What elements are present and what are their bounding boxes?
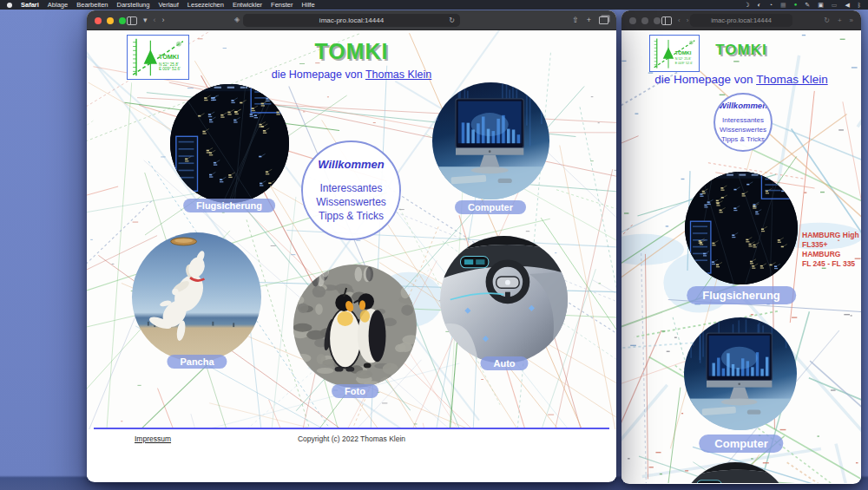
welcome-heading: Willkommen [318, 158, 384, 171]
welcome-heading: Willkommen [719, 101, 767, 110]
menu-bar: Safari Ablage Bearbeiten Darstellung Ver… [0, 0, 868, 10]
subtitle-prefix: die Homepage von [272, 69, 363, 81]
apple-menu-icon[interactable] [7, 3, 12, 8]
toolbar-main: ▾ ‹ › ◈ imac-pro.local:14444 ↻ ⇧ + [87, 10, 616, 30]
menu-hilfe[interactable]: Hilfe [302, 0, 315, 10]
page-title: TOMKI [621, 42, 861, 59]
thomas-klein-link[interactable]: Thomas Klein [756, 73, 828, 86]
close-button[interactable] [629, 17, 636, 24]
privacy-shield-icon[interactable]: ◈ [234, 16, 240, 23]
tab-overview-icon[interactable] [599, 16, 608, 24]
menu-safari[interactable]: Safari [21, 0, 39, 10]
label-computer[interactable]: Computer [699, 434, 783, 453]
address-bar[interactable]: imac-pro.local:14444 [690, 14, 792, 27]
minimize-button[interactable] [641, 17, 648, 24]
url-text: imac-pro.local:14444 [711, 16, 772, 24]
nav-circle-auto[interactable] [440, 236, 568, 363]
label-auto[interactable]: Auto [480, 356, 528, 370]
status-dot-green: ● [794, 0, 798, 10]
close-button[interactable] [95, 17, 102, 24]
label-flugsicherung[interactable]: Flugsicherung [687, 286, 796, 304]
forward-icon[interactable]: › [687, 10, 689, 30]
minimize-button[interactable] [107, 17, 114, 24]
copyright-text: Copyright (c) 2022 Thomas Klein [87, 434, 616, 443]
share-icon[interactable]: ⇧ [572, 10, 579, 30]
page-subtitle: die Homepage von Thomas Klein [621, 73, 861, 86]
chart-label-hamburg: HAMBURG High FL335+ HAMBURG FL 245 - FL … [802, 231, 859, 269]
keyboard-icon[interactable]: ▦ [780, 0, 786, 10]
welcome-line: Wissenswertes [720, 125, 766, 134]
nav-circle-flugsicherung[interactable] [685, 172, 798, 284]
subtitle-prefix: die Homepage von [654, 73, 753, 86]
zoom-button[interactable] [654, 17, 661, 24]
nav-circle-computer[interactable] [432, 82, 549, 199]
bluetooth-icon[interactable]: ᛒ [858, 0, 861, 10]
nav-circle-flugsicherung[interactable] [170, 84, 289, 203]
page-content-main: TOMKI N 52° 25.8' E 009° 52.6' TOMKI die… [87, 30, 616, 481]
footer-divider [94, 428, 609, 429]
menu-darstellung[interactable]: Darstellung [117, 0, 150, 10]
toolbar-secondary: ‹ › ◈ imac-pro.local:14444 ↻ + » [621, 10, 861, 30]
display-icon[interactable]: ▭ [832, 0, 838, 10]
copy-icon[interactable]: ▣ [818, 0, 824, 10]
welcome-line: Interessantes [722, 115, 764, 125]
sidebar-chevron-icon[interactable]: ▾ [143, 10, 148, 30]
menu-fenster[interactable]: Fenster [271, 0, 293, 10]
welcome-line: Wissenswertes [316, 195, 386, 209]
welcome-line: Tipps & Tricks [721, 134, 765, 144]
page-content-secondary: HAMBURG High FL335+ HAMBURG FL 245 - FL … [621, 30, 861, 483]
address-bar[interactable]: imac-pro.local:14444 ↻ [243, 14, 460, 27]
back-icon[interactable]: ‹ [678, 10, 681, 30]
focus-moon-icon[interactable]: ☽ [744, 0, 749, 10]
safari-window-main: ▾ ‹ › ◈ imac-pro.local:14444 ↻ ⇧ + [87, 10, 616, 482]
new-tab-icon[interactable]: + [587, 10, 591, 30]
pencil-icon[interactable]: ✎ [805, 0, 810, 10]
url-text: imac-pro.local:14444 [319, 16, 384, 24]
menu-lesezeichen[interactable]: Lesezeichen [187, 0, 224, 10]
page-title: TOMKI [87, 39, 616, 64]
forward-icon[interactable]: › [162, 10, 165, 30]
new-tab-icon[interactable]: + [838, 10, 842, 30]
reload-icon[interactable]: ↻ [449, 14, 455, 27]
label-pancha[interactable]: Pancha [167, 355, 227, 369]
back-icon[interactable]: ‹ [154, 10, 156, 30]
welcome-line: Interessantes [319, 181, 382, 195]
volume-icon[interactable]: ◀ [845, 0, 849, 10]
zoom-button[interactable] [119, 17, 126, 24]
menu-bearbeiten[interactable]: Bearbeiten [76, 0, 108, 10]
menubar-status-icons: ☽ ◐ ◔ ▦ ● ✎ ▣ ▭ ◀ ᛒ [744, 0, 861, 10]
thomas-klein-link[interactable]: Thomas Klein [365, 69, 431, 81]
reload-icon[interactable]: ↻ [824, 10, 830, 30]
safari-window-secondary: ‹ › ◈ imac-pro.local:14444 ↻ + » HAMBURG… [621, 10, 861, 484]
overflow-icon[interactable]: » [850, 10, 853, 30]
menu-ablage[interactable]: Ablage [48, 0, 68, 10]
nav-circle-computer[interactable] [684, 317, 797, 430]
sidebar-icon[interactable] [127, 16, 137, 25]
welcome-circle: Willkommen Interessantes Wissenswertes T… [301, 140, 401, 240]
label-flugsicherung[interactable]: Flugsicherung [183, 199, 275, 212]
shield-icon[interactable]: ◐ [758, 0, 761, 10]
traffic-lights-inactive [629, 17, 661, 24]
label-computer[interactable]: Computer [455, 200, 526, 214]
logo-lon: E 009° 52.6' [675, 62, 693, 65]
menu-verlauf[interactable]: Verlauf [158, 0, 178, 10]
traffic-lights [95, 17, 126, 24]
nav-circle-foto[interactable] [293, 265, 417, 388]
page-subtitle: die Homepage von Thomas Klein [87, 69, 616, 81]
nav-circle-pancha[interactable] [132, 232, 261, 362]
welcome-circle: Willkommen Interessantes Wissenswertes T… [713, 93, 773, 152]
menu-entwickler[interactable]: Entwickler [233, 0, 262, 10]
clock-icon[interactable]: ◔ [769, 0, 773, 10]
label-foto[interactable]: Foto [332, 384, 378, 398]
welcome-line: Tipps & Tricks [319, 209, 384, 223]
sidebar-icon[interactable] [661, 16, 672, 25]
